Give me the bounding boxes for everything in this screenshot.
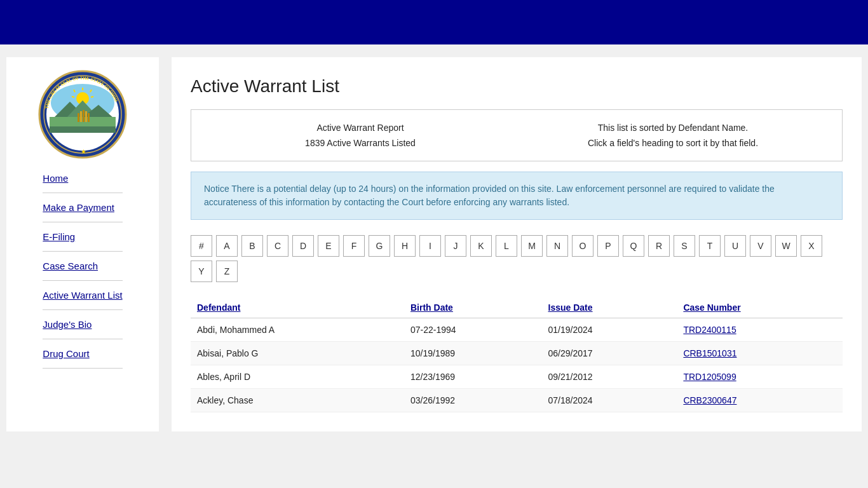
notice-box: Notice There is a potential delay (up to… — [191, 172, 843, 220]
birth-date-col-link[interactable]: Birth Date — [410, 302, 453, 313]
sidebar-link-home[interactable]: Home — [43, 173, 68, 184]
notice-text: Notice There is a potential delay (up to… — [204, 182, 829, 209]
sidebar-link-case-search[interactable]: Case Search — [43, 261, 98, 271]
top-bar — [0, 0, 868, 44]
case-number-col: Case Number — [677, 297, 843, 318]
case-number-cell: TRD2400115 — [677, 318, 843, 342]
case-number-link[interactable]: CRB2300647 — [683, 395, 736, 405]
alpha-btn-e[interactable]: E — [318, 235, 339, 257]
sidebar-link-active-warrant-list[interactable]: Active Warrant List — [43, 290, 122, 301]
svg-text:★: ★ — [81, 148, 86, 155]
birth-date-col: Birth Date — [404, 297, 542, 318]
table-row: Ackley, Chase03/26/199207/18/2024CRB2300… — [191, 389, 843, 412]
alpha-btn-c[interactable]: C — [267, 235, 288, 257]
issue-date-cell: 01/19/2024 — [542, 318, 677, 342]
table-row: Ables, April D12/23/196909/21/2012TRD120… — [191, 365, 843, 389]
defendant-col-link[interactable]: Defendant — [197, 302, 240, 313]
birth-date-cell: 12/23/1969 — [404, 365, 542, 389]
alpha-btn-k[interactable]: K — [470, 235, 492, 257]
sidebar-link-judges-bio[interactable]: Judge's Bio — [43, 319, 92, 330]
alpha-btn-j[interactable]: J — [445, 235, 466, 257]
birth-date-cell: 03/26/1992 — [404, 389, 542, 412]
alpha-btn-d[interactable]: D — [292, 235, 314, 257]
alpha-btn-n[interactable]: N — [546, 235, 568, 257]
warrant-table: DefendantBirth DateIssue DateCase Number… — [191, 297, 843, 412]
alpha-btn-q[interactable]: Q — [623, 235, 644, 257]
alpha-btn-l[interactable]: L — [496, 235, 517, 257]
alpha-btn-h[interactable]: H — [394, 235, 416, 257]
birth-date-cell: 10/19/1989 — [404, 342, 542, 365]
issue-date-cell: 06/29/2017 — [542, 342, 677, 365]
alpha-btn-i[interactable]: I — [419, 235, 441, 257]
sidebar-link-e-filing[interactable]: E-Filing — [43, 231, 75, 242]
sort-note: This list is sorted by Defendant Name. — [517, 120, 829, 135]
alpha-btn-u[interactable]: U — [724, 235, 746, 257]
click-note: Click a field's heading to sort it by th… — [517, 135, 829, 151]
case-number-col-link[interactable]: Case Number — [683, 302, 740, 313]
case-number-cell: CRB1501031 — [677, 342, 843, 365]
defendant-col: Defendant — [191, 297, 404, 318]
sidebar-link-drug-court[interactable]: Drug Court — [43, 348, 89, 359]
alpha-btn-y[interactable]: Y — [191, 261, 212, 282]
case-number-cell: TRD1205099 — [677, 365, 843, 389]
alpha-btn-o[interactable]: O — [572, 235, 593, 257]
svg-rect-19 — [50, 126, 116, 133]
svg-rect-18 — [88, 113, 90, 122]
svg-rect-14 — [78, 113, 79, 122]
report-info-table: Active Warrant Report This list is sorte… — [204, 120, 829, 151]
issue-date-col: Issue Date — [542, 297, 677, 318]
alpha-btn-z[interactable]: Z — [216, 261, 238, 282]
table-row: Abisai, Pablo G10/19/198906/29/2017CRB15… — [191, 342, 843, 365]
alpha-btn-b[interactable]: B — [241, 235, 263, 257]
alpha-btn-r[interactable]: R — [648, 235, 670, 257]
defendant-cell: Ables, April D — [191, 365, 404, 389]
report-info-box: Active Warrant Report This list is sorte… — [191, 109, 843, 161]
alpha-btn-x[interactable]: X — [801, 235, 822, 257]
alpha-btn-s[interactable]: S — [674, 235, 695, 257]
defendant-cell: Abdi, Mohammed A — [191, 318, 404, 342]
svg-line-9 — [72, 97, 74, 97]
svg-rect-15 — [80, 111, 82, 122]
svg-rect-17 — [85, 111, 87, 122]
alpha-btn-t[interactable]: T — [699, 235, 721, 257]
ohio-seal: THE GREAT SEAL OF THE STATE OF OHIO ★ — [38, 70, 127, 159]
alpha-btn-f[interactable]: F — [343, 235, 365, 257]
report-label: Active Warrant Report — [204, 120, 517, 135]
alpha-btn-a[interactable]: A — [216, 235, 238, 257]
alpha-btn-g[interactable]: G — [369, 235, 390, 257]
alpha-btn-m[interactable]: M — [521, 235, 543, 257]
case-number-link[interactable]: TRD1205099 — [683, 372, 736, 382]
case-number-link[interactable]: CRB1501031 — [683, 348, 736, 358]
alpha-btn-hash[interactable]: # — [191, 235, 212, 257]
alpha-btn-p[interactable]: P — [597, 235, 619, 257]
issue-date-col-link[interactable]: Issue Date — [548, 302, 593, 313]
defendant-cell: Ackley, Chase — [191, 389, 404, 412]
main-content: Active Warrant List Active Warrant Repor… — [172, 57, 862, 431]
sidebar-nav: HomeMake a PaymentE-FilingCase SearchAct… — [43, 159, 122, 369]
alpha-nav: #ABCDEFGHIJKLMNOPQRSTUVWXYZ — [191, 235, 843, 282]
issue-date-cell: 09/21/2012 — [542, 365, 677, 389]
alpha-btn-v[interactable]: V — [750, 235, 771, 257]
table-row: Abdi, Mohammed A07-22-199401/19/2024TRD2… — [191, 318, 843, 342]
case-number-link[interactable]: TRD2400115 — [683, 325, 736, 335]
warrant-count: 1839 Active Warrants Listed — [204, 135, 517, 151]
page-title: Active Warrant List — [191, 76, 843, 97]
svg-line-8 — [91, 97, 93, 97]
case-number-cell: CRB2300647 — [677, 389, 843, 412]
sidebar: THE GREAT SEAL OF THE STATE OF OHIO ★ Ho… — [6, 57, 159, 431]
page-wrapper: THE GREAT SEAL OF THE STATE OF OHIO ★ Ho… — [0, 44, 868, 444]
defendant-cell: Abisai, Pablo G — [191, 342, 404, 365]
alpha-btn-w[interactable]: W — [775, 235, 797, 257]
sidebar-link-make-a-payment[interactable]: Make a Payment — [43, 202, 114, 213]
svg-rect-16 — [83, 110, 85, 122]
birth-date-cell: 07-22-1994 — [404, 318, 542, 342]
issue-date-cell: 07/18/2024 — [542, 389, 677, 412]
